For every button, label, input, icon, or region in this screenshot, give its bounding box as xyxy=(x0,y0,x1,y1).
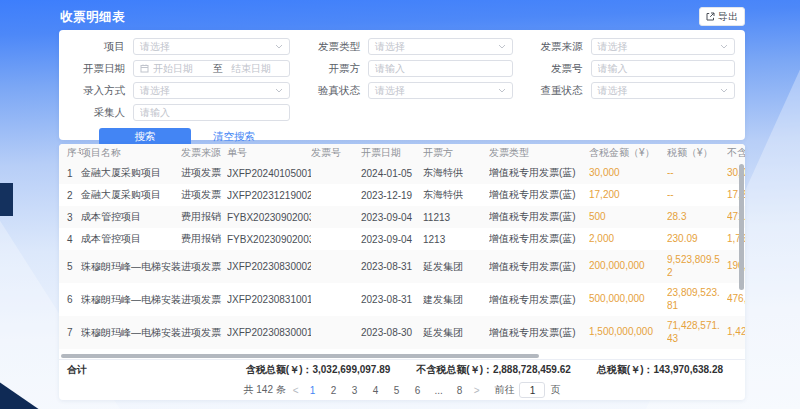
export-button[interactable]: 导出 xyxy=(699,7,745,26)
horizontal-scrollbar-track xyxy=(59,354,745,359)
table-cell: 增值税专用发票(蓝) xyxy=(489,184,589,206)
table-cell: -- xyxy=(667,162,727,184)
filter-invoice-source: 发票来源 请选择 xyxy=(527,38,736,55)
chevron-down-icon xyxy=(720,44,728,49)
column-header: 含税金额（¥） xyxy=(589,144,667,162)
column-header: 税额（¥） xyxy=(667,144,727,162)
table-cell: 2023-09-04 xyxy=(361,206,423,228)
table-cell: 2023-12-19 xyxy=(361,184,423,206)
table-cell xyxy=(311,184,361,206)
table-cell: 23,809,523.81 xyxy=(667,283,727,316)
clear-search-link[interactable]: 清空搜索 xyxy=(213,130,255,144)
date-range-picker[interactable]: 至 xyxy=(133,60,290,77)
table-row: 1金融大厦采购项目进项发票JXFP202401050012024-01-05东海… xyxy=(59,162,745,184)
invoice-no-input-wrap xyxy=(591,60,736,77)
table-cell xyxy=(311,250,361,283)
table-cell: 增值税专用发票(蓝) xyxy=(489,283,589,316)
page-number[interactable]: 5 xyxy=(390,385,404,396)
chevron-down-icon xyxy=(275,44,283,49)
filter-panel: 项目 请选择 发票类型 请选择 发票来源 请选择 xyxy=(59,30,745,140)
table-scroll-area: 序号项目名称发票来源单号发票号开票日期开票方发票类型含税金额（¥）税额（¥）不含… xyxy=(59,144,745,354)
table-cell: 500,000,000 xyxy=(589,283,667,316)
table-cell: 2 xyxy=(59,184,81,206)
table-cell: JXFP20230831001 xyxy=(227,283,311,316)
page-number[interactable]: 2 xyxy=(327,385,341,396)
filter-entry-method: 录入方式 请选择 xyxy=(69,82,290,99)
table-cell: 延发集团 xyxy=(423,250,489,283)
start-date-input[interactable] xyxy=(153,62,205,75)
filter-project: 项目 请选择 xyxy=(69,38,290,55)
project-select[interactable]: 请选择 xyxy=(133,38,290,55)
filter-invoice-no: 发票号 xyxy=(527,60,736,77)
page-number[interactable]: 3 xyxy=(348,385,362,396)
goto-label: 前往 xyxy=(494,383,514,397)
collector-input-wrap xyxy=(133,104,290,121)
filter-label: 查重状态 xyxy=(527,84,583,98)
goto-page-input[interactable] xyxy=(519,382,545,398)
table-cell: 进项发票 xyxy=(181,162,227,184)
horizontal-scrollbar[interactable] xyxy=(61,354,539,358)
filter-issuer: 开票方 xyxy=(304,60,513,77)
page: 收票明细表 导出 项目 请选择 发票类型 请选择 xyxy=(0,0,800,409)
table-cell: 增值税专用发票(蓝) xyxy=(489,250,589,283)
calendar-icon xyxy=(140,64,149,73)
pagination: 共 142 条 < 123456...8 > 前往 页 xyxy=(59,379,745,400)
column-header: 发票号 xyxy=(311,144,361,162)
table-row: 7珠穆朗玛峰—电梯安装进项发票JXFP202308300012023-08-30… xyxy=(59,316,745,349)
invoice-source-select[interactable]: 请选择 xyxy=(591,38,736,55)
filter-label: 录入方式 xyxy=(69,84,125,98)
table-cell: 进项发票 xyxy=(181,283,227,316)
table-cell: 2024-01-05 xyxy=(361,162,423,184)
table-cell: JXFP20240105001 xyxy=(227,162,311,184)
filter-invoice-date: 开票日期 至 xyxy=(69,60,290,77)
chevron-down-icon xyxy=(720,88,728,93)
next-page-button[interactable]: > xyxy=(474,385,480,396)
page-number[interactable]: 1 xyxy=(306,385,320,396)
dup-status-select[interactable]: 请选择 xyxy=(591,82,736,99)
prev-page-button[interactable]: < xyxy=(293,385,299,396)
table-cell: 28.3 xyxy=(667,206,727,228)
column-header: 发票来源 xyxy=(181,144,227,162)
issuer-input-wrap xyxy=(368,60,513,77)
table-cell: 6 xyxy=(59,283,81,316)
column-header: 开票日期 xyxy=(361,144,423,162)
verify-status-select[interactable]: 请选择 xyxy=(368,82,513,99)
invoice-table: 序号项目名称发票来源单号发票号开票日期开票方发票类型含税金额（¥）税额（¥）不含… xyxy=(59,144,745,354)
entry-method-select[interactable]: 请选择 xyxy=(133,82,290,99)
table-cell: 珠穆朗玛峰—电梯安装 xyxy=(81,283,181,316)
summary-row: 合计 含税总额(￥)：3,032,699,097.89不含税总额(￥)：2,88… xyxy=(59,359,745,379)
table-row: 5珠穆朗玛峰—电梯安装进项发票JXFP202308300022023-08-31… xyxy=(59,250,745,283)
select-placeholder: 请选择 xyxy=(598,40,628,54)
export-label: 导出 xyxy=(718,10,738,24)
page-number[interactable]: 4 xyxy=(369,385,383,396)
invoice-no-input[interactable] xyxy=(598,62,729,75)
summary-label: 合计 xyxy=(67,363,87,377)
table-cell: 71,428,571.43 xyxy=(667,316,727,349)
table-cell: 9,523,809.52 xyxy=(667,250,727,283)
column-header: 序号 xyxy=(59,144,81,162)
page-number[interactable]: 6 xyxy=(411,385,425,396)
filter-label: 开票方 xyxy=(304,62,360,76)
filter-label: 验真状态 xyxy=(304,84,360,98)
issuer-input[interactable] xyxy=(375,62,506,75)
vertical-scrollbar[interactable] xyxy=(739,164,744,290)
filter-label: 发票来源 xyxy=(527,40,583,54)
table-cell: 珠穆朗玛峰—电梯安装 xyxy=(81,250,181,283)
page-number[interactable]: 8 xyxy=(453,385,467,396)
table-cell: 增值税专用发票(蓝) xyxy=(489,228,589,250)
table-cell: FYBX20230902003 xyxy=(227,228,311,250)
chevron-down-icon xyxy=(498,44,506,49)
table-cell: 建发集团 xyxy=(423,283,489,316)
table-cell: 500 xyxy=(589,206,667,228)
end-date-input[interactable] xyxy=(231,62,283,75)
collector-input[interactable] xyxy=(140,106,283,119)
table-cell: -- xyxy=(667,184,727,206)
summary-total: 含税总额(￥)：3,032,699,097.89 xyxy=(246,363,391,377)
page-title: 收票明细表 xyxy=(60,9,125,26)
table-cell: FYBX20230902003 xyxy=(227,206,311,228)
export-icon xyxy=(706,12,715,21)
table-cell: 1 xyxy=(59,162,81,184)
table-cell xyxy=(311,206,361,228)
table-cell: JXFP20231219002 xyxy=(227,184,311,206)
invoice-type-select[interactable]: 请选择 xyxy=(368,38,513,55)
